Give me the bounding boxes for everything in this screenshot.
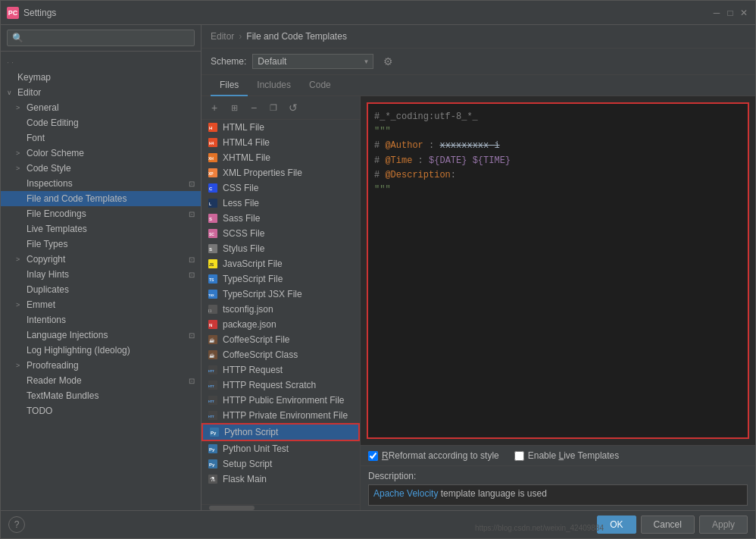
sidebar-item-keymap[interactable]: Keymap (1, 70, 201, 85)
cancel-button[interactable]: Cancel (641, 515, 695, 534)
sidebar-label: Reader Mode (27, 375, 82, 386)
code-line-4a: # (374, 155, 385, 166)
badge-icon: ⊡ (189, 255, 195, 264)
apply-button[interactable]: Apply (699, 515, 748, 534)
arrow-icon: > (16, 149, 23, 157)
file-list-toolbar: + ⊞ − ❐ ↺ (201, 96, 360, 120)
sidebar-item-font[interactable]: Font (1, 130, 201, 146)
sidebar-item-file-types[interactable]: File Types (1, 237, 201, 252)
file-item-coffeescript-class[interactable]: ☕ CoffeeScript Class (201, 347, 360, 362)
file-item-scss[interactable]: SC SCSS File (201, 226, 360, 241)
sidebar-item-emmet[interactable]: > Emmet (1, 297, 201, 312)
file-item-setup-script[interactable]: Py Setup Script (201, 456, 360, 472)
file-item-label: HTTP Request Scratch (223, 380, 316, 390)
tab-code[interactable]: Code (300, 75, 340, 96)
file-item-package-json[interactable]: N package.json (201, 317, 360, 332)
reformat-checkbox-item[interactable]: RReformat according to style (368, 450, 499, 461)
code-time-val: ${DATE} ${TIME} (429, 155, 511, 166)
close-button[interactable]: ✕ (739, 8, 749, 18)
search-input[interactable] (7, 30, 195, 46)
file-item-typescript-jsx[interactable]: TSX TypeScript JSX File (201, 287, 360, 302)
reset-button[interactable]: ↺ (285, 99, 301, 116)
file-item-xml-properties[interactable]: XP XML Properties File (201, 165, 360, 180)
file-item-css[interactable]: C CSS File (201, 180, 360, 196)
description-suffix: template language is used (438, 488, 546, 499)
sidebar-item-color-scheme[interactable]: > Color Scheme (1, 146, 201, 161)
duplicate-button[interactable]: ❐ (265, 99, 282, 116)
file-item-less[interactable]: L Less File (201, 196, 360, 211)
sidebar-item-inspections[interactable]: Inspections ⊡ (1, 176, 201, 191)
code-editor[interactable]: #_*_coding:utf-8_*_ """ # @Author : xxxx… (367, 102, 749, 439)
file-item-label: Setup Script (223, 459, 272, 469)
file-item-tsconfig-json[interactable]: { } tsconfig.json (201, 302, 360, 317)
file-item-python-script[interactable]: Py Python Script (201, 423, 360, 441)
sidebar-item-editor[interactable]: ∨ Editor (1, 85, 201, 100)
file-item-javascript[interactable]: JS JavaScript File (201, 256, 360, 271)
sidebar-item-code-editing[interactable]: Code Editing (1, 115, 201, 130)
coffeescript-class-icon: ☕ (208, 349, 218, 360)
file-item-python-unit-test[interactable]: Py Python Unit Test (201, 441, 360, 456)
sidebar-item-todo[interactable]: TODO (1, 403, 201, 418)
live-templates-checkbox-item[interactable]: Enable Live Templates (514, 450, 620, 461)
svg-text:C: C (209, 186, 213, 191)
file-item-http-request[interactable]: HTT HTTP Request (201, 362, 360, 378)
arrow-icon: > (16, 362, 23, 369)
sidebar-label: General (27, 102, 59, 113)
sidebar-item-reader-mode[interactable]: Reader Mode ⊡ (1, 373, 201, 388)
scss-icon: SC (208, 228, 218, 239)
file-item-label: CoffeeScript Class (223, 349, 298, 360)
file-item-xhtml[interactable]: XH XHTML File (201, 150, 360, 165)
sidebar-item-file-encodings[interactable]: File Encodings ⊡ (1, 206, 201, 221)
file-item-coffeescript[interactable]: ☕ CoffeeScript File (201, 332, 360, 347)
scheme-settings-button[interactable]: ⚙ (380, 53, 396, 70)
sidebar-item-inlay-hints[interactable]: Inlay Hints ⊡ (1, 267, 201, 282)
horizontal-scrollbar[interactable] (201, 504, 360, 510)
svg-text:{ }: { } (208, 309, 211, 312)
file-item-http-public-env[interactable]: HTT HTTP Public Environment File (201, 393, 360, 408)
velocity-link[interactable]: Apache Velocity (373, 488, 438, 499)
search-box (1, 25, 201, 52)
svg-text:H4: H4 (209, 141, 214, 146)
code-at-author: @Author (385, 140, 423, 151)
coffeescript-icon: ☕ (208, 334, 218, 345)
file-item-typescript[interactable]: TS TypeScript File (201, 271, 360, 287)
sidebar-item-log-highlighting[interactable]: Log Highlighting (Ideolog) (1, 343, 201, 358)
xhtml-icon: XH (208, 152, 218, 163)
tab-includes[interactable]: Includes (248, 75, 300, 96)
sidebar-item-proofreading[interactable]: > Proofreading (1, 358, 201, 373)
sidebar-item-live-templates[interactable]: Live Templates (1, 221, 201, 237)
minimize-button[interactable]: ─ (711, 8, 722, 18)
add-button[interactable]: + (206, 99, 223, 116)
sidebar-item-copyright[interactable]: > Copyright ⊡ (1, 252, 201, 267)
reformat-underline: R (382, 450, 389, 461)
sidebar-label: Intentions (27, 315, 66, 325)
file-item-html[interactable]: H HTML File (201, 120, 360, 135)
sidebar-item-language-injections[interactable]: Language Injections ⊡ (1, 327, 201, 343)
reformat-checkbox[interactable] (368, 451, 378, 461)
help-button[interactable]: ? (8, 516, 25, 533)
live-templates-checkbox[interactable] (514, 451, 524, 461)
file-item-label: HTTP Request (223, 365, 283, 375)
sidebar-item-duplicates[interactable]: Duplicates (1, 282, 201, 297)
sidebar-label: Editor (17, 87, 41, 98)
file-item-sass[interactable]: S Sass File (201, 211, 360, 226)
sidebar-item-file-code-templates[interactable]: File and Code Templates (1, 191, 201, 206)
file-item-http-private-env[interactable]: HTT HTTP Private Environment File (201, 408, 360, 423)
file-item-stylus[interactable]: S Stylus File (201, 241, 360, 256)
sidebar-item-intentions[interactable]: Intentions (1, 312, 201, 327)
file-item-html4[interactable]: H4 HTML4 File (201, 135, 360, 150)
remove-button[interactable]: − (245, 99, 262, 116)
file-item-label: JavaScript File (223, 259, 283, 269)
scheme-select[interactable]: Default Project (252, 54, 373, 69)
code-line-4b: : (412, 155, 429, 166)
sidebar-label: TextMate Bundles (27, 390, 98, 401)
maximize-button[interactable]: □ (725, 8, 736, 18)
file-item-flask-main[interactable]: ⚗ Flask Main (201, 472, 360, 487)
sidebar-item-textmate-bundles[interactable]: TextMate Bundles (1, 388, 201, 403)
copy-button[interactable]: ⊞ (226, 99, 242, 116)
file-list: + ⊞ − ❐ ↺ H HTML File (201, 96, 361, 510)
tab-files[interactable]: Files (211, 75, 248, 96)
sidebar-item-code-style[interactable]: > Code Style (1, 161, 201, 176)
sidebar-item-general[interactable]: > General (1, 100, 201, 115)
file-item-http-request-scratch[interactable]: HTT HTTP Request Scratch (201, 378, 360, 393)
